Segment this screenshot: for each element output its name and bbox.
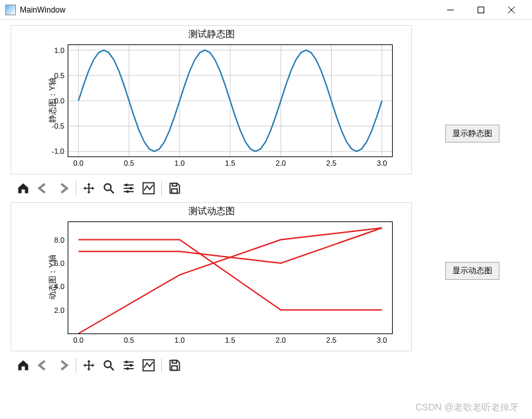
dynamic-chart: 测试动态图 动态图：Y轴 2.04.06.08.00.00.51.01.52.0… [11, 202, 412, 351]
plots-column: 测试静态图 静态图：Y轴 -1.0-0.50.00.51.00.00.51.01… [11, 25, 415, 379]
back-icon[interactable] [34, 180, 52, 197]
toolbar-separator [76, 181, 76, 196]
show-static-button[interactable]: 显示静态图 [445, 125, 499, 143]
static-toolbar [11, 174, 415, 202]
save-icon[interactable] [166, 180, 183, 197]
dynamic-chart-title: 测试动态图 [11, 203, 411, 217]
x-tick: 2.5 [326, 159, 336, 167]
svg-line-28 [111, 367, 114, 371]
watermark: CSDN @老歌老听老掉牙 [415, 402, 519, 414]
x-tick: 3.0 [377, 159, 387, 167]
save-icon[interactable] [166, 357, 183, 374]
toolbar-separator [161, 181, 162, 196]
buttons-column: 显示静态图 显示动态图 [426, 25, 519, 379]
x-tick: 2.5 [326, 336, 336, 344]
content-area: 测试静态图 静态图：Y轴 -1.0-0.50.00.51.00.00.51.01… [0, 20, 532, 385]
dynamic-toolbar [11, 351, 415, 379]
forward-icon[interactable] [54, 357, 72, 374]
static-chart-title: 测试静态图 [11, 26, 411, 40]
x-tick: 1.5 [225, 159, 235, 167]
x-tick: 0.5 [124, 159, 134, 167]
y-tick: -0.5 [52, 122, 64, 130]
back-icon[interactable] [34, 357, 52, 374]
x-tick: 3.0 [377, 336, 387, 344]
svg-line-17 [111, 190, 114, 194]
svg-point-21 [129, 187, 132, 190]
app-icon [5, 5, 16, 15]
edit-icon[interactable] [140, 357, 157, 374]
zoom-icon[interactable] [100, 357, 117, 374]
titlebar: MainWindow [0, 0, 532, 20]
svg-point-19 [125, 184, 128, 186]
svg-rect-36 [172, 361, 177, 363]
dynamic-plot-panel: 测试动态图 动态图：Y轴 2.04.06.08.00.00.51.01.52.0… [11, 202, 415, 379]
close-button[interactable] [496, 0, 527, 20]
static-chart: 测试静态图 静态图：Y轴 -1.0-0.50.00.51.00.00.51.01… [11, 25, 412, 174]
configure-icon[interactable] [120, 180, 137, 197]
forward-icon[interactable] [54, 180, 72, 197]
y-tick: 4.0 [54, 282, 64, 290]
svg-rect-26 [172, 189, 177, 194]
svg-point-23 [126, 190, 129, 193]
show-dynamic-button[interactable]: 显示动态图 [445, 262, 499, 280]
y-tick: 0.5 [54, 72, 64, 80]
toolbar-separator [161, 358, 162, 373]
zoom-icon[interactable] [100, 180, 117, 197]
toolbar-separator [76, 358, 76, 373]
x-tick: 1.0 [174, 159, 184, 167]
maximize-button[interactable] [466, 0, 496, 20]
pan-icon[interactable] [80, 180, 98, 197]
configure-icon[interactable] [120, 357, 137, 374]
svg-point-16 [104, 184, 111, 190]
svg-point-34 [126, 367, 129, 370]
x-tick: 2.0 [276, 336, 286, 344]
home-icon[interactable] [15, 357, 32, 374]
x-tick: 0.0 [74, 159, 84, 167]
svg-rect-25 [172, 184, 177, 186]
window-title: MainWindow [20, 5, 66, 15]
x-tick: 1.5 [225, 336, 235, 344]
x-tick: 0.5 [124, 336, 134, 344]
svg-point-30 [125, 361, 128, 363]
svg-point-27 [104, 361, 111, 367]
svg-point-32 [129, 364, 132, 367]
svg-rect-37 [172, 366, 177, 371]
home-icon[interactable] [15, 180, 32, 197]
svg-rect-1 [478, 7, 484, 13]
y-tick: 1.0 [54, 46, 64, 54]
dynamic-plot-area[interactable]: 2.04.06.08.00.00.51.01.52.02.53.0 [68, 221, 393, 334]
edit-icon[interactable] [140, 180, 157, 197]
y-tick: 8.0 [54, 236, 64, 244]
x-tick: 0.0 [74, 336, 84, 344]
x-tick: 2.0 [276, 159, 286, 167]
y-tick: 0.0 [54, 97, 64, 105]
static-plot-panel: 测试静态图 静态图：Y轴 -1.0-0.50.00.51.00.00.51.01… [11, 25, 415, 202]
x-tick: 1.0 [174, 336, 184, 344]
y-tick: 2.0 [54, 306, 64, 314]
static-plot-area[interactable]: -1.0-0.50.00.51.00.00.51.01.52.02.53.0 [68, 44, 393, 157]
minimize-button[interactable] [435, 0, 466, 20]
pan-icon[interactable] [80, 357, 98, 374]
y-tick: 6.0 [54, 259, 64, 267]
y-tick: -1.0 [52, 147, 64, 155]
